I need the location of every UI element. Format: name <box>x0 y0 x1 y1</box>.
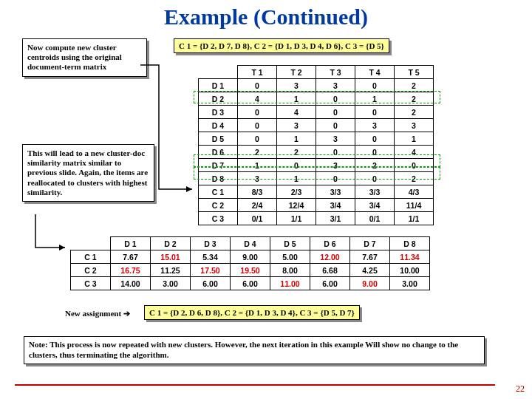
cell: 1 <box>277 172 316 185</box>
cell: 16.75 <box>111 264 151 277</box>
cell: 15.01 <box>151 250 191 264</box>
cell: 0 <box>355 79 395 92</box>
cell: 4 <box>277 106 316 119</box>
cell: 2 <box>395 172 434 185</box>
cell: 10.00 <box>390 264 430 277</box>
cell: 8/3 <box>238 185 277 199</box>
cell: 0 <box>355 172 395 185</box>
col-header: D 6 <box>310 237 350 250</box>
col-header: D 1 <box>111 237 151 250</box>
cell: 1 <box>355 92 395 106</box>
cell: 2/3 <box>277 185 316 199</box>
cell: 1 <box>277 92 316 106</box>
new-assignment-text: New assignment <box>65 309 123 318</box>
row-header: C 1 <box>71 250 111 264</box>
cell: 0 <box>355 132 395 146</box>
cell: 0 <box>395 159 434 172</box>
cell: 3/1 <box>316 212 355 225</box>
cell: 3 <box>316 159 355 172</box>
slide-number: 22 <box>516 383 525 395</box>
cell: 4 <box>395 146 434 159</box>
cell: 2 <box>395 92 434 106</box>
cell: 11.00 <box>270 277 310 290</box>
cell: 5.00 <box>270 250 310 264</box>
row-header: D 3 <box>199 106 238 119</box>
cell: 1 <box>238 159 277 172</box>
cell: 7.67 <box>111 250 151 264</box>
cell: 1/1 <box>395 212 434 225</box>
cell: 0 <box>316 119 355 132</box>
cell: 3.00 <box>151 277 191 290</box>
col-header: D 8 <box>390 237 430 250</box>
slide: Example (Continued) C 1 = {D 2, D 7, D 8… <box>0 0 532 399</box>
row-header: C 2 <box>199 199 238 212</box>
cell: 0 <box>238 132 277 146</box>
cell: 1/1 <box>277 212 316 225</box>
col-header: D 7 <box>350 237 390 250</box>
cell: 0 <box>316 146 355 159</box>
col-header: D 3 <box>191 237 231 250</box>
row-header: C 3 <box>71 277 111 290</box>
cell: 3.00 <box>390 277 430 290</box>
similarity-table: D 1D 2D 3D 4D 5D 6D 7D 8C 17.6715.015.34… <box>70 236 430 290</box>
connector-2 <box>32 214 69 266</box>
cell: 0 <box>355 146 395 159</box>
row-header: C 2 <box>71 264 111 277</box>
cell: 4/3 <box>395 185 434 199</box>
row-header: C 1 <box>199 185 238 199</box>
row-header: D 5 <box>199 132 238 146</box>
cell: 17.50 <box>191 264 231 277</box>
cell: 1 <box>277 132 316 146</box>
cell: 0 <box>277 159 316 172</box>
cell: 2 <box>355 159 395 172</box>
cell: 6.00 <box>191 277 231 290</box>
cell: 2/4 <box>238 199 277 212</box>
cell: 2 <box>238 146 277 159</box>
arrow-right-icon: ➔ <box>123 309 130 318</box>
row-header: D 6 <box>199 146 238 159</box>
cell: 9.00 <box>231 250 270 264</box>
cell: 0 <box>316 92 355 106</box>
col-header: T 1 <box>238 66 277 79</box>
row-header: D 7 <box>199 159 238 172</box>
cell: 6.68 <box>310 264 350 277</box>
cell: 3/3 <box>355 185 395 199</box>
row-header: D 2 <box>199 92 238 106</box>
cell: 4 <box>238 92 277 106</box>
callout-centroids: Now compute new cluster centroids using … <box>22 38 147 77</box>
cell: 2 <box>395 79 434 92</box>
cell: 1 <box>395 132 434 146</box>
cell: 3/3 <box>316 185 355 199</box>
col-header: D 5 <box>270 237 310 250</box>
cell: 7.67 <box>350 250 390 264</box>
cell: 0 <box>238 119 277 132</box>
cell: 6.00 <box>310 277 350 290</box>
cell: 3/4 <box>316 199 355 212</box>
footer-rule <box>15 384 495 386</box>
cell: 3 <box>355 119 395 132</box>
cell: 0 <box>316 172 355 185</box>
cell: 0/1 <box>238 212 277 225</box>
cell: 3 <box>316 79 355 92</box>
row-header: D 1 <box>199 79 238 92</box>
term-doc-table: T 1T 2T 3T 4T 5D 103302D 241012D 304002D… <box>198 65 434 225</box>
cell: 2 <box>395 106 434 119</box>
clusters-new: C 1 = {D 2, D 6, D 8}, C 2 = {D 1, D 3, … <box>144 305 360 320</box>
cell: 12/4 <box>277 199 316 212</box>
svg-marker-0 <box>186 186 192 192</box>
cell: 0 <box>316 106 355 119</box>
cell: 12.00 <box>310 250 350 264</box>
col-header: T 2 <box>277 66 316 79</box>
cell: 3/4 <box>355 199 395 212</box>
col-header: D 2 <box>151 237 191 250</box>
clusters-initial: C 1 = {D 2, D 7, D 8}, C 2 = {D 1, D 3, … <box>174 38 389 53</box>
cell: 2 <box>277 146 316 159</box>
cell: 0 <box>238 79 277 92</box>
cell: 3 <box>277 79 316 92</box>
cell: 3 <box>316 132 355 146</box>
cell: 3 <box>277 119 316 132</box>
col-header: T 3 <box>316 66 355 79</box>
col-header: T 5 <box>395 66 434 79</box>
slide-title: Example (Continued) <box>0 0 532 30</box>
cell: 3 <box>238 172 277 185</box>
